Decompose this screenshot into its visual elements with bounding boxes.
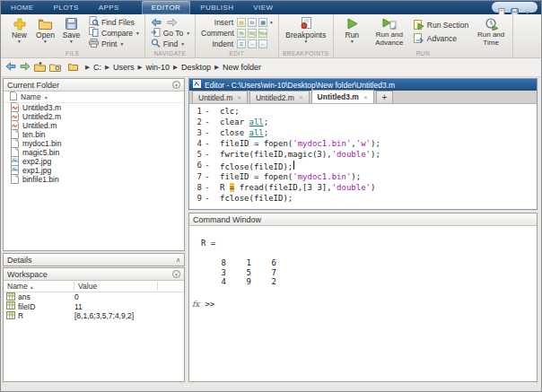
code-line[interactable]: 6-fclose(fileID); [189, 161, 537, 171]
close-icon[interactable]: × [237, 93, 241, 101]
workspace-row[interactable]: R[8,1,6;3,5,7;4,9,2] [4, 311, 184, 321]
goto-button[interactable]: Go To ▾ [151, 28, 189, 38]
workspace-value-column[interactable]: Value [74, 282, 158, 291]
code-text: close all; [213, 128, 268, 139]
code-line[interactable]: 4-fileID = fopen('mydoc1.bin','w'); [189, 139, 537, 150]
editor-tab-untitled-m[interactable]: Untitled.m× [192, 91, 248, 103]
wrap-comments-icon[interactable]: %x [258, 29, 267, 38]
comment-icon[interactable]: % [237, 29, 246, 38]
find-files-button[interactable]: Find Files [89, 17, 139, 27]
run-and-advance-button[interactable]: Run and Advance [372, 16, 407, 47]
code-line[interactable]: 7-fileID = fopen('mydoc1.bin'); [189, 172, 537, 183]
compare-button[interactable]: Compare ▾ [89, 28, 139, 38]
quick-access-toolbar [492, 2, 538, 13]
matrix-value: 7 [251, 268, 276, 278]
ribbon-tab-apps[interactable]: APPS [89, 1, 129, 14]
browse-folder-icon[interactable] [49, 62, 61, 74]
open-button[interactable]: Open ▾ [32, 16, 58, 44]
line-number: 5 [189, 150, 202, 161]
code-line[interactable]: 1-clc; [189, 107, 537, 118]
details-header[interactable]: Details ∧ [4, 254, 184, 266]
command-window-body[interactable]: R = 816357492 fx >> [189, 226, 537, 309]
file-item[interactable]: exp1.jpg [4, 166, 184, 175]
insert-image-icon[interactable]: ▦ [258, 18, 267, 27]
run-and-time-button[interactable]: Run and Time [475, 16, 507, 47]
smart-indent-icon[interactable]: ≡ [237, 39, 246, 48]
breadcrumb-segment[interactable]: C: [93, 63, 101, 72]
code-line[interactable]: 5-fwrite(fileID,magic(3),'double'); [189, 150, 537, 161]
save-button[interactable]: Save ▾ [58, 16, 84, 44]
ribbon-tab-editor[interactable]: EDITOR [142, 1, 190, 14]
indent-left-icon[interactable]: ← [258, 39, 267, 48]
code-segment: ) [371, 183, 375, 192]
insert-function-icon[interactable]: fx [248, 18, 257, 27]
close-icon[interactable]: × [363, 93, 368, 101]
file-item[interactable]: magic5.bin [4, 148, 184, 157]
quick-access-save-icon[interactable] [511, 4, 519, 12]
file-item[interactable]: binfile1.bin [4, 175, 184, 184]
run-button[interactable]: Run ▾ [339, 16, 365, 44]
collapse-icon[interactable]: ∧ [176, 257, 180, 264]
file-item[interactable]: Untitled.m [4, 121, 184, 130]
editor-tab-untitled2-m[interactable]: Untitled2.m× [249, 91, 310, 103]
workspace-row[interactable]: ans0 [4, 292, 184, 302]
line-number: 6 [189, 161, 202, 171]
ribbon-section-edit: Insert ▤ fx ▦ ▾ Comment % %{ %x Indent ≡… [196, 14, 279, 57]
panel-menu-icon[interactable]: ▾ [172, 81, 180, 89]
new-button[interactable]: New ▾ [6, 16, 32, 44]
find-button[interactable]: Find ▾ [151, 39, 189, 48]
variable-name: fileID [4, 301, 70, 311]
code-line[interactable]: 9-fclose(fileID); [189, 194, 537, 205]
command-prompt[interactable]: fx >> [189, 300, 537, 309]
code-text: clear all; [213, 118, 268, 128]
uncomment-icon[interactable]: %{ [248, 29, 257, 38]
line-marker: - [202, 172, 213, 183]
file-item[interactable]: ten.bin [4, 130, 184, 139]
insert-section-icon[interactable]: ▤ [237, 18, 246, 27]
breadcrumb-segment[interactable]: Desktop [181, 63, 211, 72]
indent-right-icon[interactable]: → [248, 39, 257, 48]
code-line[interactable]: 2-clear all; [189, 118, 537, 128]
breakpoints-button[interactable]: Breakpoints ▾ [285, 16, 327, 44]
code-line[interactable]: 8-R = fread(fileID,[3 3],'double') [189, 183, 537, 194]
quick-access-new-script-icon[interactable] [498, 4, 506, 12]
print-button[interactable]: Print ▾ [89, 39, 139, 48]
advance-button[interactable]: Advance [414, 34, 468, 44]
variable-name: R [4, 311, 70, 321]
code-segment: clear [220, 118, 249, 126]
ribbon-tab-view[interactable]: VIEW [243, 1, 283, 14]
up-folder-icon[interactable] [34, 62, 46, 74]
close-icon[interactable]: × [299, 93, 303, 101]
breadcrumb-segment[interactable]: New folder [223, 63, 261, 72]
panel-menu-icon[interactable]: ▾ [172, 270, 180, 278]
code-line[interactable]: 3-close all; [189, 128, 537, 139]
variable-value: 11 [70, 302, 83, 311]
breadcrumb-segment[interactable]: win-10 [146, 63, 170, 72]
breadcrumb-segment[interactable]: Users [113, 63, 135, 72]
code-editor[interactable]: 1-clc;2-clear all;3-close all;4-fileID =… [189, 104, 537, 209]
run-section-button[interactable]: Run Section [414, 21, 468, 30]
breadcrumb-arrow-icon: ▶ [173, 64, 178, 71]
matrix-value: 2 [251, 277, 276, 287]
quick-access-caret-icon[interactable] [523, 4, 531, 12]
fx-icon[interactable]: fx [192, 300, 199, 309]
file-item[interactable]: Untitled3.m [4, 103, 184, 112]
file-item[interactable]: exp2.jpg [4, 157, 184, 166]
addr-back-icon[interactable] [5, 62, 16, 73]
ribbon-tab-plots[interactable]: PLOTS [44, 1, 89, 14]
ribbon-tab-publish[interactable]: PUBLISH [190, 1, 243, 14]
editor-tab-untitled3-m[interactable]: Untitled3.m× [311, 90, 374, 103]
sort-icon: ▾ [45, 94, 48, 100]
file-name: ten.bin [22, 130, 46, 139]
line-number: 4 [189, 139, 202, 150]
ribbon-tab-home[interactable]: HOME [1, 1, 44, 14]
breadcrumb-arrow-icon: ▶ [105, 64, 109, 71]
ribbon: New ▾ Open ▾ Save ▾ Find Files [1, 14, 541, 58]
addr-forward-icon[interactable] [20, 62, 31, 73]
name-column-header[interactable]: Name ▾ [4, 91, 184, 103]
new-tab-button[interactable]: + [376, 91, 394, 103]
file-item[interactable]: Untitled2.m [4, 112, 184, 121]
file-item[interactable]: mydoc1.bin [4, 139, 184, 148]
workspace-name-column[interactable]: Name▴ [4, 282, 74, 291]
workspace-row[interactable]: fileID11 [4, 302, 184, 312]
